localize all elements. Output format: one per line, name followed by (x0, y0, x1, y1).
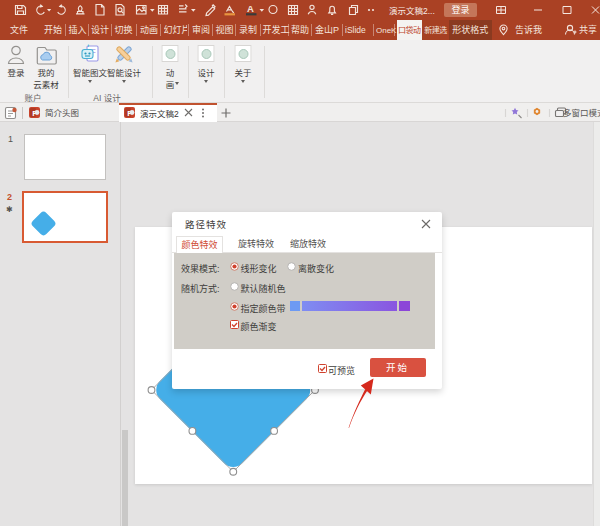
svg-text:A: A (247, 3, 254, 14)
